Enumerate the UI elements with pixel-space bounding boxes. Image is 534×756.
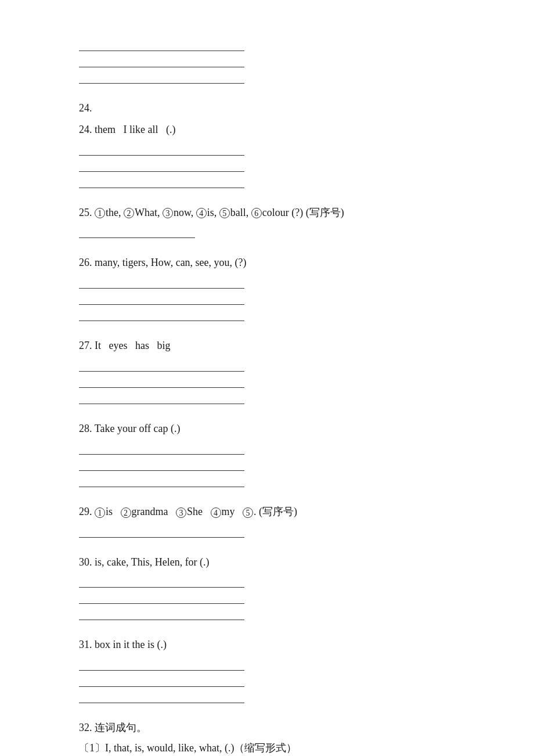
question-29: 29. 1is 2grandma 3She 4my 5. (写序号)	[79, 503, 455, 538]
question-32: 32. 连词成句。 〔1〕I, that, is, would, like, w…	[79, 719, 455, 756]
answer-line	[79, 38, 244, 51]
question-31: 31. box in it the is (.)	[79, 636, 455, 703]
question-content-25: 25. 1the, 2What, 3now, 4is, 5ball, 6colo…	[79, 204, 455, 221]
question-content-24: 24. them I like all (.)	[79, 121, 455, 138]
answer-line	[79, 442, 244, 455]
sub-question-32-1: 〔1〕I, that, is, would, like, what, (.)（缩…	[79, 741, 455, 756]
circle-2: 2	[124, 208, 134, 218]
question-content-30: 30. is, cake, This, Helen, for (.)	[79, 554, 455, 571]
question-25: 25. 1the, 2What, 3now, 4is, 5ball, 6colo…	[79, 204, 455, 239]
circle-2: 2	[121, 507, 131, 518]
answer-lines-28	[79, 442, 455, 487]
circle-5: 5	[219, 208, 230, 218]
answer-lines-25	[79, 225, 455, 238]
answer-lines-26	[79, 276, 455, 321]
answer-line	[79, 391, 244, 404]
question-28: 28. Take your off cap (.)	[79, 420, 455, 487]
circle-4: 4	[211, 507, 221, 518]
answer-line	[79, 458, 244, 471]
answer-line	[79, 159, 244, 172]
question-content-28: 28. Take your off cap (.)	[79, 420, 455, 437]
answer-line	[79, 607, 244, 620]
answer-line	[79, 225, 195, 238]
answer-lines-31	[79, 658, 455, 703]
answer-line	[79, 591, 244, 604]
question-content-26: 26. many, tigers, How, can, see, you, (?…	[79, 254, 455, 271]
answer-lines-29	[79, 525, 455, 538]
answer-line	[79, 690, 244, 703]
answer-lines-30	[79, 575, 455, 620]
answer-line	[79, 525, 244, 538]
answer-line	[79, 55, 244, 67]
answer-line	[79, 375, 244, 388]
top-lines-block	[79, 38, 455, 84]
question-26: 26. many, tigers, How, can, see, you, (?…	[79, 254, 455, 321]
sub-label-32-1: 〔1〕I, that, is, would, like, what, (.)（缩…	[79, 741, 455, 755]
circle-3: 3	[176, 507, 186, 518]
answer-line	[79, 175, 244, 188]
question-27: 27. It eyes has big	[79, 337, 455, 404]
circle-1: 1	[95, 208, 105, 218]
answer-line	[79, 658, 244, 671]
question-label-32: 32. 连词成句。	[79, 719, 455, 736]
circle-6: 6	[251, 208, 262, 218]
answer-line	[79, 276, 244, 289]
answer-lines-24	[79, 143, 455, 188]
question-30: 30. is, cake, This, Helen, for (.)	[79, 554, 455, 621]
answer-line	[79, 143, 244, 156]
circle-4: 4	[196, 208, 207, 218]
answer-line	[79, 292, 244, 305]
question-content-27: 27. It eyes has big	[79, 337, 455, 354]
answer-lines-27	[79, 359, 455, 404]
answer-line	[79, 575, 244, 588]
circle-1: 1	[95, 507, 105, 518]
answer-line	[79, 359, 244, 372]
answer-line	[79, 308, 244, 321]
question-24: 24. 24. them I like all (.)	[79, 100, 455, 188]
question-content-29: 29. 1is 2grandma 3She 4my 5. (写序号)	[79, 503, 455, 520]
answer-line	[79, 474, 244, 487]
circle-5: 5	[243, 507, 253, 518]
answer-line	[79, 674, 244, 687]
question-content-31: 31. box in it the is (.)	[79, 636, 455, 653]
answer-line	[79, 71, 244, 84]
circle-3: 3	[163, 208, 173, 218]
top-answer-lines	[79, 38, 455, 84]
question-text-24: 24.	[79, 100, 455, 117]
